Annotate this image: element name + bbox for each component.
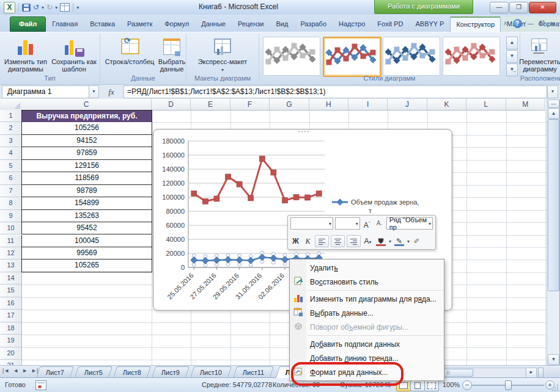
zoom-out-icon[interactable]: −: [462, 380, 472, 390]
next-sheet-icon[interactable]: ►: [22, 368, 28, 374]
row-header-20[interactable]: 20: [0, 347, 22, 360]
workbook-minimize-icon[interactable]: —: [528, 20, 534, 27]
first-sheet-icon[interactable]: |◄: [2, 368, 9, 374]
fx-icon[interactable]: fx: [99, 87, 123, 97]
row-header-15[interactable]: 15: [0, 285, 22, 297]
select-data-button[interactable]: Выбрать данные: [158, 36, 186, 73]
row-header-8[interactable]: 8: [0, 197, 22, 209]
tab-foxit pd[interactable]: Foxit PD: [371, 16, 409, 32]
zoom-slider-thumb[interactable]: [505, 380, 512, 390]
normal-view-button[interactable]: [396, 380, 411, 391]
collapse-ribbon-icon[interactable]: ˄: [504, 20, 507, 27]
column-header-D[interactable]: D: [152, 99, 191, 111]
switch-row-column-button[interactable]: ⟳ Строка/столбец: [101, 36, 158, 65]
table-value-cell[interactable]: 129156: [21, 160, 152, 172]
macro-record-icon[interactable]: [35, 380, 46, 390]
outline-color-button[interactable]: ✎: [393, 236, 405, 247]
italic-button[interactable]: К: [303, 236, 313, 247]
y-axis-label[interactable]: 20000: [166, 250, 185, 257]
row-header-13[interactable]: 13: [0, 260, 22, 272]
row-header-9[interactable]: 9: [0, 210, 22, 222]
column-header-G[interactable]: G: [270, 99, 309, 111]
menu-item-формат-ряда-данных-[interactable]: Формат ряда данных...: [290, 365, 444, 379]
page-break-view-button[interactable]: [424, 380, 439, 391]
table-value-cell[interactable]: 98789: [21, 185, 152, 197]
expand-formula-bar-icon[interactable]: ▾: [547, 85, 558, 98]
tab-главная[interactable]: Главная: [46, 16, 84, 32]
shrink-font-button[interactable]: Аˇ: [374, 218, 385, 229]
table-value-cell[interactable]: 118569: [21, 172, 152, 184]
workbook-restore-icon[interactable]: ❐: [539, 20, 545, 27]
tab-вид[interactable]: Вид: [270, 16, 294, 32]
format-painter-icon[interactable]: ✐: [411, 236, 422, 247]
fill-color-button[interactable]: ⛊: [375, 236, 387, 247]
menu-item-удалить[interactable]: Удалить: [290, 261, 444, 275]
y-axis-label[interactable]: 160000: [162, 151, 185, 159]
row-header-14[interactable]: 14: [0, 272, 22, 285]
style-blue-red[interactable]: [323, 37, 381, 77]
column-header-M[interactable]: M: [506, 99, 545, 111]
scroll-down-icon[interactable]: ▼: [548, 354, 559, 365]
column-header-F[interactable]: F: [230, 99, 270, 111]
column-header-L[interactable]: L: [466, 99, 506, 111]
table-value-cell[interactable]: 100045: [21, 235, 152, 247]
column-header-K[interactable]: K: [427, 99, 466, 111]
row-header-6[interactable]: 6: [0, 172, 22, 184]
y-axis-label[interactable]: 120000: [162, 180, 185, 187]
menu-item-восстановить-стиль[interactable]: Восстановить стиль: [290, 275, 444, 289]
y-axis-label[interactable]: 80000: [166, 208, 185, 215]
restore-button[interactable]: ❐: [509, 2, 528, 13]
row-header-1[interactable]: 1: [0, 110, 22, 122]
style-gray[interactable]: [263, 37, 320, 76]
table-header-cell[interactable]: Выручка предприятия, руб.: [21, 110, 152, 123]
sheet-tab-лист8[interactable]: Лист8: [113, 366, 151, 378]
save-as-template-button[interactable]: Сохранить как шаблон: [50, 36, 98, 73]
table-value-cell[interactable]: 154899: [21, 197, 152, 209]
row-header-3[interactable]: 3: [0, 135, 22, 147]
tab-файл[interactable]: Файл: [10, 16, 46, 32]
row-header-7[interactable]: 7: [0, 185, 22, 197]
align-left-button[interactable]: [315, 235, 329, 247]
help-icon[interactable]: ?: [513, 19, 522, 28]
grow-font-button[interactable]: Аˆ: [362, 218, 372, 229]
chart-legend[interactable]: Объем продаж зерна,т: [332, 198, 419, 214]
tab-разметк[interactable]: Разметк: [121, 16, 158, 32]
chart-element-combobox[interactable]: Ряд "Объем пр▾: [386, 217, 433, 230]
row-header-18[interactable]: 18: [0, 322, 22, 335]
column-header-E[interactable]: E: [191, 99, 230, 111]
series-revenue-line[interactable]: [194, 159, 319, 201]
table-value-cell[interactable]: 105256: [21, 122, 152, 134]
resize-grip[interactable]: [551, 383, 559, 392]
y-axis-label[interactable]: 40000: [166, 236, 185, 243]
tab-надстро[interactable]: Надстро: [333, 16, 371, 32]
table-value-cell[interactable]: 94152: [21, 135, 152, 147]
align-center-button[interactable]: [331, 235, 345, 247]
legend-entry[interactable]: Объем продаж зерна,: [351, 198, 419, 206]
row-header-17[interactable]: 17: [0, 310, 22, 322]
y-axis-label[interactable]: 100000: [162, 194, 185, 201]
y-axis-label[interactable]: 0: [181, 264, 185, 271]
align-right-button[interactable]: [347, 235, 361, 247]
bold-button[interactable]: Ж: [290, 236, 301, 247]
close-button[interactable]: ✕: [529, 2, 556, 13]
row-header-11[interactable]: 11: [0, 235, 22, 247]
row-header-21[interactable]: 21: [0, 360, 22, 365]
sheet-tab-лист11[interactable]: Лист11: [233, 366, 274, 378]
page-layout-view-button[interactable]: [410, 380, 425, 391]
column-header-H[interactable]: H: [309, 99, 348, 111]
row-header-16[interactable]: 16: [0, 297, 22, 310]
prev-sheet-icon[interactable]: ◄: [13, 368, 18, 374]
select-all-corner[interactable]: [0, 99, 22, 111]
scroll-right-icon[interactable]: ►: [526, 368, 537, 378]
row-header-5[interactable]: 5: [0, 160, 22, 172]
change-chart-type-button[interactable]: Изменить тип диаграммы: [2, 36, 49, 73]
column-header-I[interactable]: I: [348, 99, 388, 111]
tab-разрабо[interactable]: Разрабо: [294, 16, 333, 32]
menu-item-добавить-подписи-данных[interactable]: Добавить подписи данных: [290, 337, 444, 351]
row-header-12[interactable]: 12: [0, 247, 22, 260]
font-size-combobox[interactable]: ▾: [335, 217, 360, 230]
row-header-19[interactable]: 19: [0, 335, 22, 347]
table-value-cell[interactable]: 105265: [21, 260, 152, 272]
style-blue[interactable]: [383, 37, 440, 76]
row-header-10[interactable]: 10: [0, 222, 22, 234]
